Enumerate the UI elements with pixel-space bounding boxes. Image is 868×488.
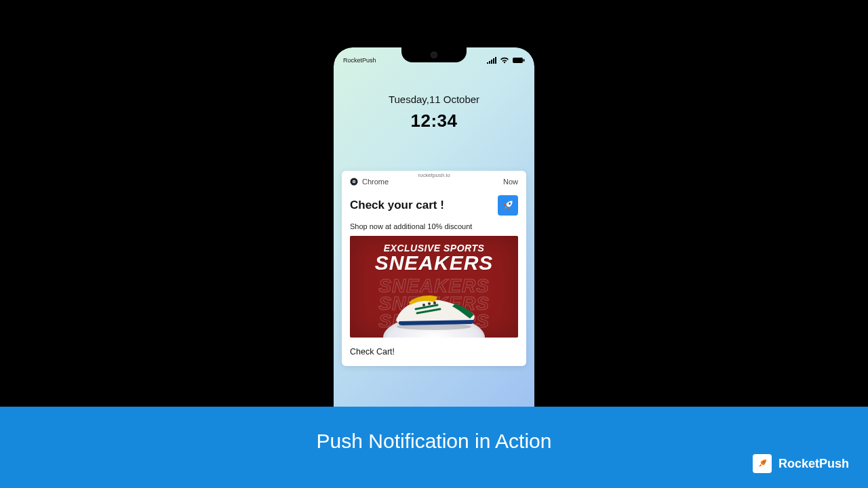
lockscreen-time: 12:34 [334,110,534,131]
svg-point-7 [422,304,425,306]
svg-point-9 [433,302,436,304]
caption-banner: Push Notification in Action RocketPush [0,407,868,488]
push-notification-card[interactable]: rocketpush.io Chrome Now Check your cart… [342,171,526,366]
phone-screen: RocketPush Tuesday,11 October 12:34 rock… [334,47,534,435]
status-bar: RocketPush [334,47,534,69]
notification-hero-image: EXCLUSIVE SPORTS SNEAKERS SNEAKERS SNEAK… [350,236,518,338]
brand-name: RocketPush [778,457,849,471]
carrier-label: RocketPush [343,57,376,64]
notification-title: Check your cart ! [350,199,444,212]
rocketpush-logo-icon [753,454,772,473]
svg-point-8 [428,302,431,305]
svg-rect-0 [513,58,523,63]
notification-body: Shop now at additional 10% discount [350,222,518,230]
notification-app-label: Chrome [362,178,389,186]
svg-point-4 [353,181,355,183]
banner-title: Push Notification in Action [0,407,868,453]
notification-timestamp: Now [503,178,518,186]
phone-side-button [548,122,552,149]
phone-side-button [548,159,552,207]
chrome-icon [350,178,358,186]
promo-line2: SNEAKERS [375,253,494,272]
brand-badge: RocketPush [753,454,849,473]
notification-action-button[interactable]: Check Cart! [350,347,518,357]
rocket-icon [498,195,518,216]
notification-domain: rocketpush.io [342,172,526,178]
sneaker-illustration [390,289,478,331]
signal-icon [487,57,496,64]
lockscreen-date: Tuesday,11 October [334,94,534,105]
battery-icon [513,57,525,64]
phone-mockup: RocketPush Tuesday,11 October 12:34 rock… [327,20,541,422]
wifi-icon [500,57,509,64]
svg-rect-1 [524,59,525,62]
